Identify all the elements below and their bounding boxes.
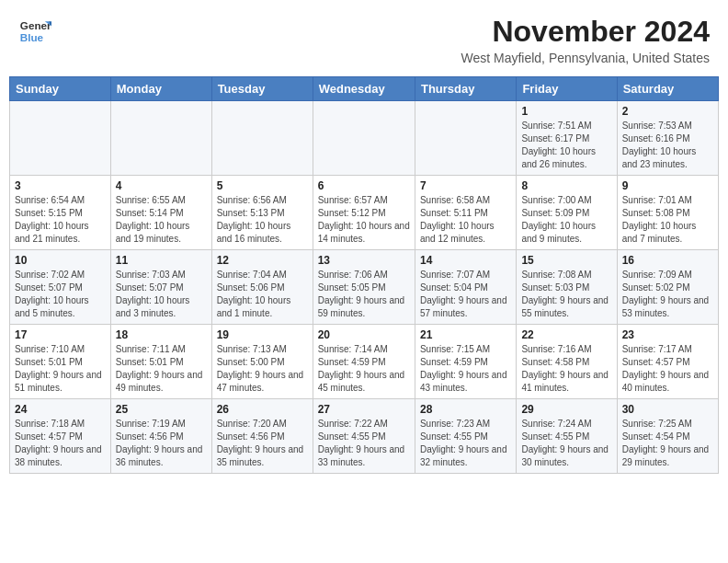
weekday-header: Tuesday [211, 77, 313, 101]
calendar-cell: 28Sunrise: 7:23 AM Sunset: 4:55 PM Dayli… [415, 399, 516, 474]
day-number: 5 [217, 179, 308, 192]
day-number: 8 [521, 179, 611, 192]
weekday-header: Wednesday [313, 77, 415, 101]
day-info: Sunrise: 6:57 AM Sunset: 5:12 PM Dayligh… [318, 194, 410, 246]
day-number: 25 [116, 403, 207, 416]
calendar-cell: 9Sunrise: 7:01 AM Sunset: 5:08 PM Daylig… [617, 176, 718, 250]
day-info: Sunrise: 6:58 AM Sunset: 5:11 PM Dayligh… [420, 194, 511, 246]
day-info: Sunrise: 7:09 AM Sunset: 5:02 PM Dayligh… [622, 269, 713, 320]
weekday-header: Saturday [617, 77, 718, 101]
day-info: Sunrise: 7:15 AM Sunset: 4:59 PM Dayligh… [420, 343, 511, 395]
day-info: Sunrise: 7:16 AM Sunset: 4:58 PM Dayligh… [521, 343, 611, 395]
calendar-cell: 18Sunrise: 7:11 AM Sunset: 5:01 PM Dayli… [110, 325, 211, 399]
day-info: Sunrise: 7:51 AM Sunset: 6:17 PM Dayligh… [521, 120, 611, 171]
logo: General Blue [18, 15, 51, 48]
day-info: Sunrise: 7:20 AM Sunset: 4:56 PM Dayligh… [217, 418, 308, 469]
calendar-cell: 13Sunrise: 7:06 AM Sunset: 5:05 PM Dayli… [313, 250, 415, 325]
calendar-cell: 16Sunrise: 7:09 AM Sunset: 5:02 PM Dayli… [617, 250, 718, 325]
calendar-cell [211, 101, 313, 176]
day-number: 26 [217, 403, 308, 416]
location: West Mayfield, Pennsylvania, United Stat… [461, 51, 710, 65]
svg-text:General: General [20, 19, 51, 31]
day-number: 21 [420, 328, 511, 341]
calendar-week-row: 1Sunrise: 7:51 AM Sunset: 6:17 PM Daylig… [10, 101, 719, 176]
calendar-week-row: 17Sunrise: 7:10 AM Sunset: 5:01 PM Dayli… [10, 325, 719, 399]
day-number: 9 [622, 179, 713, 192]
calendar-cell: 5Sunrise: 6:56 AM Sunset: 5:13 PM Daylig… [211, 176, 313, 250]
day-info: Sunrise: 7:02 AM Sunset: 5:07 PM Dayligh… [15, 269, 106, 320]
calendar-cell: 14Sunrise: 7:07 AM Sunset: 5:04 PM Dayli… [415, 250, 516, 325]
day-number: 14 [420, 254, 511, 267]
day-number: 4 [116, 179, 207, 192]
day-info: Sunrise: 7:01 AM Sunset: 5:08 PM Dayligh… [622, 194, 713, 246]
day-info: Sunrise: 7:23 AM Sunset: 4:55 PM Dayligh… [420, 418, 511, 469]
calendar-cell: 10Sunrise: 7:02 AM Sunset: 5:07 PM Dayli… [10, 250, 111, 325]
day-number: 20 [318, 328, 410, 341]
day-info: Sunrise: 7:08 AM Sunset: 5:03 PM Dayligh… [521, 269, 611, 320]
calendar-cell [313, 101, 415, 176]
day-number: 30 [622, 403, 713, 416]
day-info: Sunrise: 7:07 AM Sunset: 5:04 PM Dayligh… [420, 269, 511, 320]
day-number: 7 [420, 179, 511, 192]
day-info: Sunrise: 7:18 AM Sunset: 4:57 PM Dayligh… [15, 418, 106, 469]
calendar-cell: 7Sunrise: 6:58 AM Sunset: 5:11 PM Daylig… [415, 176, 516, 250]
calendar-table: SundayMondayTuesdayWednesdayThursdayFrid… [9, 76, 719, 474]
day-info: Sunrise: 7:00 AM Sunset: 5:09 PM Dayligh… [521, 194, 611, 246]
day-info: Sunrise: 7:06 AM Sunset: 5:05 PM Dayligh… [318, 269, 410, 320]
day-number: 6 [318, 179, 410, 192]
day-info: Sunrise: 7:53 AM Sunset: 6:16 PM Dayligh… [622, 120, 713, 171]
calendar-cell: 29Sunrise: 7:24 AM Sunset: 4:55 PM Dayli… [517, 399, 617, 474]
calendar-cell: 3Sunrise: 6:54 AM Sunset: 5:15 PM Daylig… [10, 176, 111, 250]
calendar-cell: 24Sunrise: 7:18 AM Sunset: 4:57 PM Dayli… [10, 399, 111, 474]
day-info: Sunrise: 7:13 AM Sunset: 5:00 PM Dayligh… [217, 343, 308, 395]
day-number: 17 [15, 328, 106, 341]
calendar-cell: 2Sunrise: 7:53 AM Sunset: 6:16 PM Daylig… [617, 101, 718, 176]
day-info: Sunrise: 7:22 AM Sunset: 4:55 PM Dayligh… [318, 418, 410, 469]
day-info: Sunrise: 6:54 AM Sunset: 5:15 PM Dayligh… [15, 194, 106, 246]
page-header: General Blue November 2024 West Mayfield… [0, 0, 728, 69]
calendar-cell: 26Sunrise: 7:20 AM Sunset: 4:56 PM Dayli… [211, 399, 313, 474]
calendar-week-row: 24Sunrise: 7:18 AM Sunset: 4:57 PM Dayli… [10, 399, 719, 474]
calendar-cell: 27Sunrise: 7:22 AM Sunset: 4:55 PM Dayli… [313, 399, 415, 474]
calendar-cell: 6Sunrise: 6:57 AM Sunset: 5:12 PM Daylig… [313, 176, 415, 250]
calendar-cell: 17Sunrise: 7:10 AM Sunset: 5:01 PM Dayli… [10, 325, 111, 399]
weekday-header: Thursday [415, 77, 516, 101]
day-info: Sunrise: 7:11 AM Sunset: 5:01 PM Dayligh… [116, 343, 207, 395]
svg-text:Blue: Blue [20, 31, 44, 43]
calendar-cell: 30Sunrise: 7:25 AM Sunset: 4:54 PM Dayli… [617, 399, 718, 474]
calendar-cell: 8Sunrise: 7:00 AM Sunset: 5:09 PM Daylig… [517, 176, 617, 250]
calendar-cell: 12Sunrise: 7:04 AM Sunset: 5:06 PM Dayli… [211, 250, 313, 325]
day-number: 23 [622, 328, 713, 341]
day-number: 11 [116, 254, 207, 267]
day-number: 3 [15, 179, 106, 192]
day-info: Sunrise: 7:19 AM Sunset: 4:56 PM Dayligh… [116, 418, 207, 469]
day-number: 10 [15, 254, 106, 267]
day-number: 22 [521, 328, 611, 341]
day-info: Sunrise: 7:17 AM Sunset: 4:57 PM Dayligh… [622, 343, 713, 395]
day-info: Sunrise: 7:10 AM Sunset: 5:01 PM Dayligh… [15, 343, 106, 395]
weekday-header: Sunday [10, 77, 111, 101]
day-number: 27 [318, 403, 410, 416]
calendar-week-row: 3Sunrise: 6:54 AM Sunset: 5:15 PM Daylig… [10, 176, 719, 250]
calendar-cell: 15Sunrise: 7:08 AM Sunset: 5:03 PM Dayli… [517, 250, 617, 325]
title-block: November 2024 West Mayfield, Pennsylvani… [461, 15, 710, 65]
day-number: 29 [521, 403, 611, 416]
day-number: 1 [521, 105, 611, 118]
day-number: 2 [622, 105, 713, 118]
day-info: Sunrise: 7:14 AM Sunset: 4:59 PM Dayligh… [318, 343, 410, 395]
month-title: November 2024 [461, 15, 710, 49]
calendar-cell [110, 101, 211, 176]
day-number: 12 [217, 254, 308, 267]
calendar-cell: 4Sunrise: 6:55 AM Sunset: 5:14 PM Daylig… [110, 176, 211, 250]
calendar-cell [10, 101, 111, 176]
day-info: Sunrise: 6:56 AM Sunset: 5:13 PM Dayligh… [217, 194, 308, 246]
day-number: 19 [217, 328, 308, 341]
logo-icon: General Blue [18, 15, 51, 48]
day-number: 15 [521, 254, 611, 267]
day-number: 18 [116, 328, 207, 341]
day-number: 28 [420, 403, 511, 416]
day-info: Sunrise: 7:24 AM Sunset: 4:55 PM Dayligh… [521, 418, 611, 469]
calendar-week-row: 10Sunrise: 7:02 AM Sunset: 5:07 PM Dayli… [10, 250, 719, 325]
weekday-header-row: SundayMondayTuesdayWednesdayThursdayFrid… [10, 77, 719, 101]
calendar-cell [415, 101, 516, 176]
